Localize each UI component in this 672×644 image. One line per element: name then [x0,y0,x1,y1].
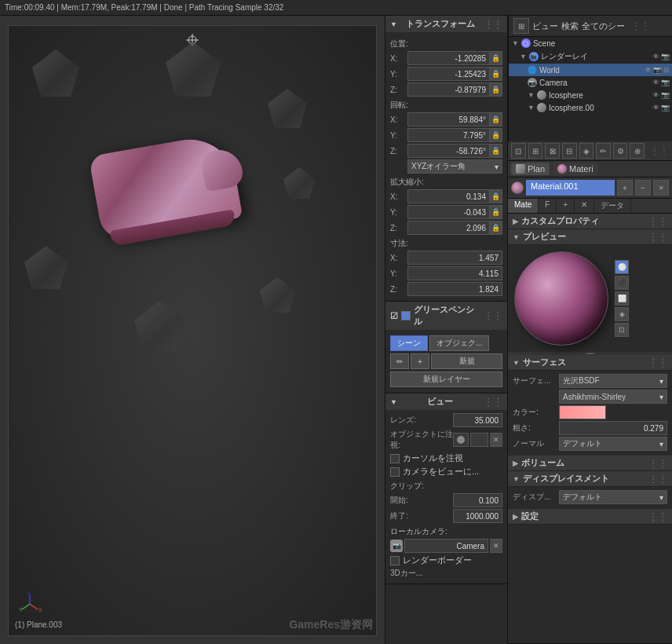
scene-btn[interactable]: シーン [390,335,428,351]
outliner-view-tab[interactable]: ビュー [532,20,558,32]
preview-btn-2[interactable]: ⬛ [615,276,629,290]
preview-btn-4[interactable]: ◈ [615,307,629,321]
cursor-focus-checkbox[interactable] [390,454,400,463]
grease-header[interactable]: ☑ グリースペンシル ⋮⋮ [385,302,507,330]
outliner-item-ico2[interactable]: ▼ Icosphere.00 👁 📷 [509,101,672,114]
preview-header[interactable]: ▼ プレビュー ⋮⋮ [508,229,672,245]
surface-header[interactable]: ▼ サーフェス ⋮⋮ [508,355,672,371]
pos-x-lock[interactable]: 🔒 [490,51,502,65]
pos-z-input[interactable]: -0.87979 [407,82,490,97]
rot-mode-dropdown[interactable]: XYZオイラー角 ▾ [407,159,502,174]
clip-end-input[interactable]: 1000.000 [453,509,502,523]
rot-y-input[interactable]: 7.795° [407,128,490,142]
pos-x-input[interactable]: -1.20285 [407,51,490,65]
camera-view-checkbox[interactable] [390,467,400,477]
dim-y-input[interactable]: 4.115 [407,266,502,280]
rot-x-label: X: [390,115,407,124]
outliner-item-world[interactable]: 🌐 World 👁 📷 ⊞ [509,64,672,76]
preview-btn-sphere[interactable]: ⚪ [615,260,629,274]
viewport-canvas[interactable]: X Y Z (1) Plane.003 GameRes游资网 [8,25,377,636]
ico2-icons: 👁 📷 [652,104,670,112]
rot-x-row: X: 59.884° 🔒 [390,112,502,126]
new-layer-btn[interactable]: 新規レイヤー [390,371,502,387]
grease-enable-checkbox[interactable] [401,311,411,320]
lens-input[interactable]: 35.000 [453,413,502,427]
preview-btn-5[interactable]: ⊡ [615,323,629,337]
view-header[interactable]: ▼ ビュー ⋮⋮ [385,393,507,410]
mat-tool-6[interactable]: ✏ [596,143,611,159]
scale-x-lock[interactable]: 🔒 [490,189,502,203]
outliner-item-render[interactable]: ▼ 🎬 レンダーレイ 👁 📷 [509,49,672,64]
volume-header[interactable]: ▶ ボリューム ⋮⋮ [508,456,672,471]
tab-data[interactable]: データ [594,199,631,213]
pos-z-lock[interactable]: 🔒 [490,82,502,97]
mat-add-btn[interactable]: + [617,180,633,196]
object-focus-input[interactable] [470,433,488,447]
scale-z-lock[interactable]: 🔒 [490,221,502,235]
materi-tab[interactable]: Materi [553,163,598,175]
preview-btn-3[interactable]: ⬜ [615,291,629,306]
render-border-checkbox[interactable] [390,556,400,565]
pos-y-lock[interactable]: 🔒 [490,67,502,81]
scale-x-input[interactable]: 0.134 [407,189,490,203]
mat-tool-2[interactable]: ⊞ [528,143,543,159]
mat-x-btn[interactable]: ✕ [653,180,669,196]
camera-name-input[interactable]: Camera [404,539,488,553]
camera-clear-btn[interactable]: ✕ [490,539,502,553]
outliner-all-tab[interactable]: 全てのシー [582,20,625,32]
mat-remove-btn[interactable]: − [635,180,651,196]
rot-z-lock[interactable]: 🔒 [490,144,502,158]
mat-tool-5[interactable]: ◈ [579,143,594,159]
material-name-input[interactable]: Material.001 [526,180,615,196]
settings-header[interactable]: ▶ 設定 ⋮⋮ [508,509,672,525]
object-focus-clear[interactable]: ✕ [490,433,502,447]
pos-y-input[interactable]: -1.25423 [407,67,490,81]
rot-y-lock[interactable]: 🔒 [490,128,502,142]
disp-dropdown[interactable]: デフォルト ▾ [559,490,667,504]
mat-tool-8[interactable]: ⊕ [630,143,645,159]
normal-dropdown[interactable]: デフォルト ▾ [559,437,667,451]
object-focus-sphere-icon[interactable] [453,433,469,447]
scene-icon: ⬡ [521,38,531,48]
surface-type-dropdown[interactable]: 光沢BSDF ▾ [559,374,667,388]
mat-tool-7[interactable]: ⚙ [613,143,628,159]
dim-z-input[interactable]: 1.824 [407,282,502,296]
icosphere-7 [134,301,185,352]
outliner-item-camera[interactable]: 📷 Camera 👁 📷 [509,76,672,89]
world-icons: 👁 📷 ⊞ [645,66,670,74]
scale-y-input[interactable]: -0.043 [407,205,490,219]
tab-plus[interactable]: + [557,199,575,213]
distribution-dropdown[interactable]: Ashikhmin-Shirley ▾ [559,390,667,404]
ico2-tri-icon: ▼ [528,104,535,112]
rot-x-input[interactable]: 59.884° [407,112,490,126]
outliner-item-scene[interactable]: ▼ ⬡ Scene [509,37,672,49]
clip-start-input[interactable]: 0.100 [453,493,502,507]
displacement-header[interactable]: ▼ ディスプレイスメント ⋮⋮ [508,471,672,487]
tab-x[interactable]: ✕ [575,199,594,213]
transform-header[interactable]: ▼ トランスフォーム ⋮⋮ [385,16,507,32]
new-btn[interactable]: 新規 [431,353,502,369]
dim-x-input[interactable]: 1.457 [407,251,502,265]
pencil-icon-btn[interactable]: ✏ [390,353,409,369]
rot-x-lock[interactable]: 🔒 [490,112,502,126]
scale-y-lock[interactable]: 🔒 [490,205,502,219]
outliner-search-tab[interactable]: 検索 [561,20,579,32]
scale-z-input[interactable]: 2.096 [407,221,490,235]
tab-mate[interactable]: Mate [508,199,539,213]
plan-tab[interactable]: Plan [511,163,550,175]
tab-f[interactable]: F [539,199,557,213]
outliner-view-icon[interactable]: ⊞ [513,18,529,34]
preview-triangle: ▼ [513,233,520,241]
custom-props-header[interactable]: ▶ カスタムプロパティ ⋮⋮ [508,214,672,229]
rot-z-input[interactable]: -58.726° [407,144,490,158]
object-btn[interactable]: オブジェク... [429,335,489,351]
grease-checkbox[interactable]: ☑ [390,311,398,321]
mat-tool-1[interactable]: ⊡ [511,143,526,159]
color-swatch[interactable] [559,405,606,419]
mat-tool-4[interactable]: ⊟ [562,143,577,159]
outliner-item-ico1[interactable]: ▼ Icosphere 👁 📷 [509,89,672,101]
viewport-area[interactable]: X Y Z (1) Plane.003 GameRes游资网 [0,16,385,644]
add-btn[interactable]: + [411,353,429,369]
roughness-input[interactable]: 0.279 [559,421,667,435]
mat-tool-3[interactable]: ⊠ [545,143,560,159]
